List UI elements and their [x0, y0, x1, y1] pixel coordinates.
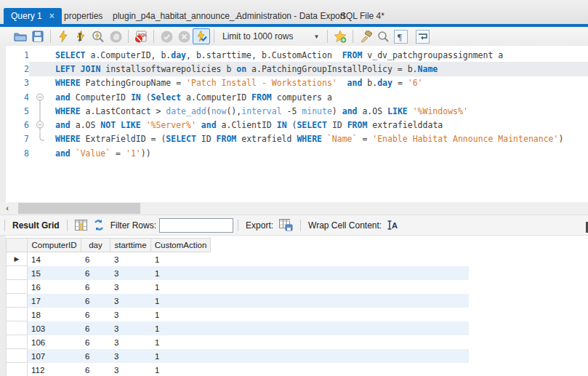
- row-selector-cell[interactable]: [6, 349, 28, 363]
- row-selector-header[interactable]: [6, 238, 28, 252]
- table-row[interactable]: 18631: [6, 308, 469, 321]
- table-cell[interactable]: 6: [81, 321, 110, 335]
- fold-marker-icon[interactable]: [29, 118, 51, 132]
- scrollbar-thumb[interactable]: [18, 203, 140, 214]
- column-header-day[interactable]: day: [81, 238, 110, 252]
- rollback-icon[interactable]: [175, 28, 193, 44]
- table-cell[interactable]: 112: [28, 363, 81, 376]
- tab-sql-file-4[interactable]: SQL File 4*: [336, 8, 389, 24]
- table-cell[interactable]: 3: [110, 252, 151, 266]
- code-line-6[interactable]: 6and a.OS NOT LIKE '%Server%' and a.Clie…: [6, 118, 588, 132]
- table-cell[interactable]: 106: [28, 335, 81, 349]
- row-selector-cell[interactable]: [6, 321, 28, 335]
- fold-marker-icon[interactable]: [29, 90, 51, 104]
- table-cell[interactable]: 6: [81, 363, 110, 376]
- table-cell[interactable]: 17: [28, 294, 81, 308]
- explain-icon[interactable]: [89, 28, 107, 44]
- row-selector-cell[interactable]: [6, 266, 28, 280]
- table-cell[interactable]: 3: [110, 266, 151, 280]
- row-selector-cell[interactable]: [6, 280, 28, 294]
- autocommit-icon[interactable]: [193, 28, 210, 44]
- tab-query-1[interactable]: Query 1×: [4, 8, 62, 24]
- export-icon[interactable]: [279, 219, 293, 231]
- table-cell[interactable]: 15: [28, 266, 81, 280]
- stop-icon[interactable]: [107, 28, 124, 44]
- wrap-text-icon[interactable]: [414, 28, 431, 44]
- table-cell[interactable]: 103: [28, 321, 81, 335]
- close-icon[interactable]: ×: [49, 8, 55, 24]
- table-row[interactable]: 15631: [6, 266, 469, 280]
- row-selector-cell[interactable]: [6, 363, 28, 376]
- editor-horizontal-scrollbar[interactable]: ‹: [0, 202, 588, 215]
- beautify-icon[interactable]: [357, 28, 374, 44]
- table-row[interactable]: 112631: [6, 363, 469, 376]
- save-snippet-icon[interactable]: [331, 28, 349, 44]
- column-header-starttime[interactable]: starttime: [110, 238, 151, 252]
- limit-rows-dropdown[interactable]: Limit to 1000 rows ▼: [218, 29, 323, 44]
- table-cell[interactable]: 14: [28, 252, 81, 266]
- scroll-left-arrow-icon[interactable]: ‹: [1, 203, 13, 214]
- table-cell[interactable]: 1: [151, 308, 211, 321]
- table-cell[interactable]: 6: [81, 308, 110, 321]
- filter-rows-input[interactable]: [159, 218, 233, 233]
- find-icon[interactable]: [374, 28, 392, 44]
- table-cell[interactable]: 3: [110, 294, 151, 308]
- table-cell[interactable]: 1: [151, 363, 211, 376]
- table-row[interactable]: 106631: [6, 335, 469, 349]
- code-line-4[interactable]: 4and ComputerID IN (Select a.ComputerID …: [6, 90, 588, 104]
- code-line-3[interactable]: 3WHERE PatchingGroupName = 'Patch Instal…: [6, 76, 588, 90]
- execute-current-icon[interactable]: [72, 28, 89, 44]
- tab-administration-data-export[interactable]: Administration - Data Export: [232, 8, 350, 24]
- table-row[interactable]: 16631: [6, 280, 469, 294]
- code-line-8[interactable]: 8and `Value` = '1')): [6, 146, 588, 160]
- table-cell[interactable]: 1: [151, 280, 211, 294]
- table-cell[interactable]: 3: [110, 321, 151, 335]
- table-cell[interactable]: 6: [81, 280, 110, 294]
- table-cell[interactable]: 1: [151, 266, 211, 280]
- table-cell[interactable]: 18: [28, 308, 81, 321]
- table-cell[interactable]: 6: [81, 294, 110, 308]
- open-file-icon[interactable]: [12, 28, 29, 44]
- code-line-7[interactable]: 7WHERE ExtraFieldID = (SELECT ID FROM ex…: [6, 132, 588, 146]
- table-cell[interactable]: 3: [110, 335, 151, 349]
- table-cell[interactable]: 1: [151, 252, 211, 266]
- table-row[interactable]: 103631: [6, 321, 469, 335]
- row-selector-cell[interactable]: [6, 335, 28, 349]
- code-line-2[interactable]: 2LEFT JOIN installsoftwarepolicies b on …: [6, 62, 588, 76]
- column-header-customaction[interactable]: CustomAction: [151, 238, 211, 252]
- wrap-cell-icon[interactable]: A: [387, 220, 399, 231]
- table-cell[interactable]: 16: [28, 280, 81, 294]
- table-cell[interactable]: 3: [110, 280, 151, 294]
- execute-icon[interactable]: [55, 28, 72, 44]
- table-cell[interactable]: 1: [151, 349, 211, 363]
- table-cell[interactable]: 1: [151, 294, 211, 308]
- table-cell[interactable]: 6: [81, 335, 110, 349]
- commit-icon[interactable]: [158, 28, 175, 44]
- table-cell[interactable]: 3: [110, 363, 151, 376]
- table-cell[interactable]: 1: [151, 335, 211, 349]
- table-row[interactable]: 107631: [6, 349, 469, 363]
- table-cell[interactable]: 107: [28, 349, 81, 363]
- column-header-computerid[interactable]: ComputerID: [28, 238, 81, 252]
- table-cell[interactable]: 3: [110, 349, 151, 363]
- code-line-5[interactable]: 5WHERE a.LastContact > date_add(now(),in…: [6, 104, 588, 118]
- sql-editor[interactable]: 1SELECT a.ComputerID, b.day, b.starttime…: [0, 46, 588, 202]
- table-cell[interactable]: 6: [81, 349, 110, 363]
- invisibles-icon[interactable]: ¶: [392, 28, 409, 44]
- save-icon[interactable]: [29, 28, 47, 44]
- table-cell[interactable]: 1: [151, 321, 211, 335]
- tab-properties[interactable]: properties: [60, 8, 107, 24]
- row-selector-cell[interactable]: ▶: [6, 252, 28, 266]
- row-selector-cell[interactable]: [6, 308, 28, 321]
- grid-view-icon[interactable]: [75, 220, 87, 231]
- table-cell[interactable]: 6: [81, 252, 110, 266]
- table-row[interactable]: 17631: [6, 294, 469, 308]
- table-cell[interactable]: 6: [81, 266, 110, 280]
- table-row[interactable]: ▶14631: [6, 252, 469, 266]
- stop-on-error-icon[interactable]: SQL: [132, 28, 150, 44]
- row-selector-cell[interactable]: [6, 294, 28, 308]
- table-cell[interactable]: 3: [110, 308, 151, 321]
- tab-plugin-p4a-habitat-announce[interactable]: plugin_p4a_habitat_announce_...: [108, 8, 246, 24]
- code-line-1[interactable]: 1SELECT a.ComputerID, b.day, b.starttime…: [6, 48, 588, 62]
- refresh-icon[interactable]: [93, 220, 105, 231]
